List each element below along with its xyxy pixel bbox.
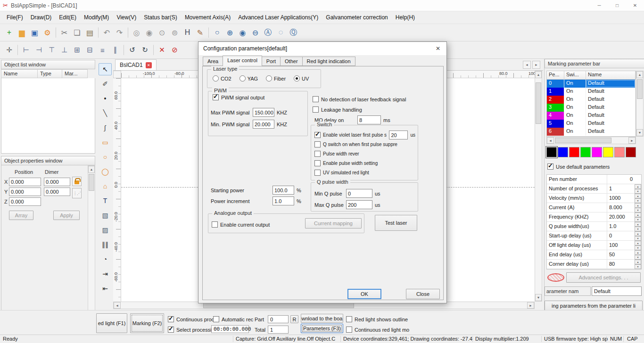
feedback-checkbox[interactable] [313,96,319,102]
pen-table-vertical-scrollbar[interactable] [636,71,644,137]
pen-row[interactable]: 0 On Default [547,80,636,88]
spin-down-icon[interactable] [635,189,641,194]
minimize-button[interactable]: ─ [590,0,608,11]
text-tool-icon[interactable]: T [99,195,112,207]
first-pulse-input[interactable]: 20 [389,131,408,139]
column-type[interactable]: Type [38,69,62,78]
align-bottom-icon[interactable]: ⊥ [58,44,71,57]
parameter-value[interactable]: 0 [607,231,635,240]
menu-item[interactable]: Movement Axis(A) [181,12,234,23]
zoom-out-icon[interactable]: ⊖ [249,26,262,39]
spin-up-icon[interactable] [635,250,641,255]
ellipse-tool-icon[interactable]: ◯ [99,165,112,178]
rectangle-tool-icon[interactable]: ▭ [99,136,112,148]
apply-button[interactable]: Apply [53,211,80,220]
parameter-spinner[interactable] [635,241,641,250]
spin-down-icon[interactable] [635,236,641,241]
parameter-value[interactable]: 1.0 [607,222,635,231]
zoom-fit-icon[interactable]: ◉ [236,26,249,39]
switch-checkbox[interactable] [314,170,321,176]
pwm-min-input[interactable]: 20.000 [253,120,274,129]
align-center-v-icon[interactable]: ⊟ [83,44,96,57]
part-input[interactable]: 0 [268,315,289,323]
dialog-title-bar[interactable]: Configuration parameters[default] ✕ [198,42,446,55]
scroll-left-icon[interactable] [114,302,121,309]
pen-row[interactable]: 4 On Default [547,112,636,120]
parameter-value[interactable]: 50 [607,250,635,259]
align-center-h-icon[interactable]: ⊞ [71,44,83,57]
align-left-icon[interactable]: ⊢ [20,44,33,57]
zoom-all-icon[interactable]: Ⓐ [262,26,274,39]
distribute-h-icon[interactable]: ≡ [96,44,109,57]
marking-button[interactable]: Marking (F2) [130,313,164,333]
parameter-value[interactable]: 8.000 [607,203,635,212]
distribute-v-icon[interactable]: ∥ [109,44,122,57]
spin-down-icon[interactable] [635,264,641,269]
pen-row[interactable]: 2 On Default [547,96,636,104]
menu-item[interactable]: View(V) [113,12,140,23]
name-column-header[interactable]: Name [586,71,636,80]
tab-close-icon[interactable] [146,62,152,68]
ratio-link-button[interactable]: ⋮⋰ [72,188,82,198]
barcode-tool-icon[interactable]: ∥∥ [99,238,112,251]
array-button[interactable]: Array [9,211,33,220]
dialog-tab[interactable]: Other [280,57,303,66]
z-position-input[interactable]: 0.000 [9,197,41,206]
y-position-input[interactable]: 0.000 [9,188,41,196]
point-tool-icon[interactable]: • [99,92,112,105]
canvas-vertical-scrollbar[interactable] [535,71,542,302]
zoom-question-icon[interactable]: Ⓠ [287,26,300,39]
menu-item[interactable]: Draw(D) [27,12,56,23]
laser-type-radio[interactable]: Fiber [266,75,286,82]
laser-type-radio[interactable]: YAG [239,75,258,82]
parameter-value[interactable]: 80 [607,260,635,269]
curve-tool-icon[interactable]: ∫ [99,122,112,134]
scroll-down-icon[interactable] [636,129,643,136]
object-list-body[interactable] [1,78,95,154]
menu-item[interactable]: Edit(E) [55,12,80,23]
move-icon[interactable]: ✛ [3,44,16,57]
pen-row[interactable]: 1 On Default [547,88,636,96]
pen-row[interactable]: 6 On Default [547,128,636,136]
red-light-outline-checkbox[interactable] [346,316,352,322]
current-mapping-button[interactable]: Current mapping [305,218,362,229]
output-port-tool-icon[interactable]: ⇤ [99,282,112,294]
spin-up-icon[interactable] [635,212,641,217]
spin-down-icon[interactable] [635,217,641,222]
starting-power-input[interactable]: 100.0 [272,186,294,195]
pen-icon[interactable]: ✎ [194,26,206,39]
align-right-icon[interactable]: ⊣ [33,44,45,57]
color-swatch[interactable] [546,147,557,157]
spin-up-icon[interactable] [635,231,641,236]
total-input[interactable]: 1 [268,326,289,334]
parameter-spinner[interactable] [635,194,641,203]
separator[interactable] [56,27,56,38]
separator[interactable] [17,45,18,55]
spin-up-icon[interactable] [635,222,641,227]
automatic-red-checkbox[interactable] [213,316,219,322]
reset-part-button[interactable]: R [290,315,298,323]
menu-item[interactable]: File(F) [3,12,27,23]
pen-column-header[interactable]: Pe... [547,71,564,80]
separator[interactable] [153,45,154,55]
laser-spiral-icon[interactable]: ⊚ [168,26,181,39]
paste-icon[interactable]: ▤ [83,26,96,39]
column-name[interactable]: Name [1,69,38,78]
parameter-value[interactable]: 20.000 [607,212,635,221]
parameter-name-input[interactable]: Default [592,286,642,296]
zoom-select-icon[interactable]: ◌ [274,26,287,39]
continuous-red-light-checkbox[interactable] [346,327,352,333]
laser-type-radio[interactable]: UV [294,75,309,82]
color-swatch[interactable] [626,147,636,157]
pwm-max-input[interactable]: 150.000 [253,108,274,117]
line-tool-icon[interactable]: ╲ [99,107,112,119]
leakage-checkbox[interactable] [313,106,319,113]
scroll-left-icon[interactable] [547,137,554,144]
parameter-value[interactable]: 1 [607,184,635,193]
parameter-spinner[interactable] [635,250,641,259]
polygon-tool-icon[interactable]: ⌂ [99,180,112,192]
separator[interactable] [128,27,128,38]
spin-up-icon[interactable] [635,203,641,208]
aspect-lock-button[interactable] [72,177,82,186]
test-laser-button[interactable]: Test laser [375,215,417,231]
